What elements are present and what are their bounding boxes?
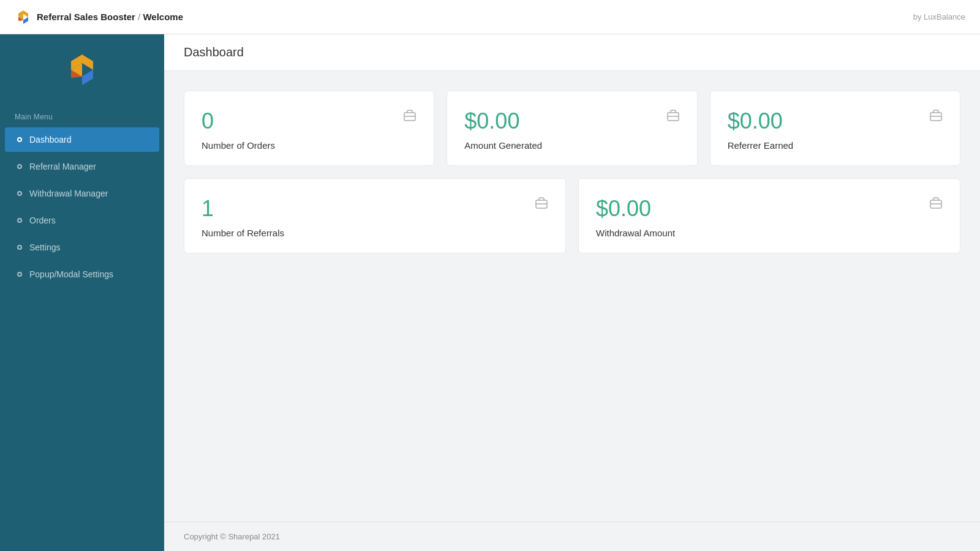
stat-card-withdrawal-amount: $0.00 Withdrawal Amount: [578, 178, 960, 253]
briefcase-icon-referrals: [535, 196, 548, 212]
footer-copyright: Copyright © Sharepal 2021: [184, 532, 280, 541]
stat-card-number-of-orders-value: 0: [202, 108, 417, 134]
cards-grid-bottom: 1 Number of Referrals $0.00 Withdrawal A…: [184, 178, 960, 253]
sidebar-item-settings[interactable]: Settings: [5, 235, 159, 260]
content-header: Dashboard: [164, 34, 980, 71]
content-body: 0 Number of Orders $0.00 Amount Generate…: [164, 71, 980, 522]
topbar-title: Referral Sales Booster / Welcome: [37, 12, 183, 22]
page-title: Dashboard: [184, 45, 244, 59]
cards-grid-top: 0 Number of Orders $0.00 Amount Generate…: [184, 91, 960, 166]
sidebar-item-withdrawal-manager-dot: [17, 191, 22, 196]
topbar: Referral Sales Booster / Welcome by LuxB…: [0, 0, 980, 34]
sidebar-item-orders-dot: [17, 218, 22, 223]
sidebar-item-referral-manager[interactable]: Referral Manager: [5, 154, 159, 179]
sidebar: Main Menu Dashboard Referral Manager Wit…: [0, 34, 164, 551]
sidebar-item-withdrawal-manager[interactable]: Withdrawal Manager: [5, 181, 159, 206]
sidebar-logo-icon: [64, 51, 100, 88]
stat-card-number-of-referrals-label: Number of Referrals: [202, 228, 548, 238]
sidebar-item-orders[interactable]: Orders: [5, 208, 159, 233]
sidebar-item-popup-modal-settings[interactable]: Popup/Modal Settings: [5, 262, 159, 287]
briefcase-icon-amount: [666, 108, 680, 125]
briefcase-icon-withdrawal: [929, 196, 943, 212]
sidebar-item-dashboard[interactable]: Dashboard: [5, 127, 159, 152]
topbar-brand: by LuxBalance: [913, 12, 965, 21]
sidebar-item-popup-modal-settings-dot: [17, 272, 22, 277]
briefcase-icon-referrer: [929, 108, 943, 125]
footer: Copyright © Sharepal 2021: [164, 522, 980, 551]
sidebar-logo-area: [0, 34, 164, 103]
sidebar-item-settings-label: Settings: [29, 242, 61, 252]
sidebar-item-withdrawal-manager-label: Withdrawal Manager: [29, 189, 108, 198]
stat-card-withdrawal-amount-value: $0.00: [596, 196, 943, 222]
sidebar-item-popup-modal-settings-label: Popup/Modal Settings: [29, 269, 113, 279]
sidebar-item-settings-dot: [17, 245, 22, 250]
sidebar-item-referral-manager-label: Referral Manager: [29, 162, 96, 171]
stat-card-number-of-referrals-value: 1: [202, 196, 548, 222]
stat-card-amount-generated-value: $0.00: [464, 108, 679, 134]
sidebar-section-label: Main Menu: [0, 103, 164, 126]
stat-card-number-of-orders-label: Number of Orders: [202, 140, 417, 151]
sidebar-item-dashboard-dot: [17, 137, 22, 142]
sidebar-item-dashboard-label: Dashboard: [29, 135, 72, 144]
content-area: Dashboard 0 Number of Orders: [164, 34, 980, 551]
briefcase-icon-orders: [403, 108, 417, 125]
stat-card-referrer-earned-value: $0.00: [728, 108, 943, 134]
stat-card-number-of-orders: 0 Number of Orders: [184, 91, 434, 166]
stat-card-referrer-earned: $0.00 Referrer Earned: [710, 91, 960, 166]
topbar-left: Referral Sales Booster / Welcome: [15, 9, 183, 26]
stat-card-amount-generated: $0.00 Amount Generated: [447, 91, 697, 166]
stat-card-number-of-referrals: 1 Number of Referrals: [184, 178, 566, 253]
stat-card-referrer-earned-label: Referrer Earned: [728, 140, 943, 151]
stat-card-withdrawal-amount-label: Withdrawal Amount: [596, 228, 943, 238]
main-layout: Main Menu Dashboard Referral Manager Wit…: [0, 34, 980, 551]
stat-card-amount-generated-label: Amount Generated: [464, 140, 679, 151]
topbar-logo-icon: [15, 9, 32, 26]
sidebar-item-referral-manager-dot: [17, 164, 22, 169]
sidebar-item-orders-label: Orders: [29, 216, 56, 225]
